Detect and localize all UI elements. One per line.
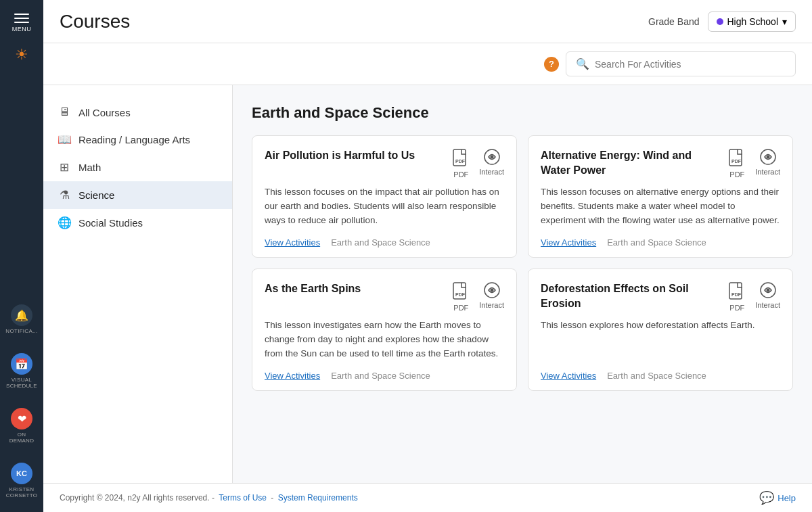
help-label: Help bbox=[777, 493, 796, 503]
card-category-2: Earth and Space Science bbox=[607, 237, 706, 248]
nav-label-science: Science bbox=[78, 189, 114, 201]
pdf-icon-1: PDF bbox=[452, 148, 470, 168]
grid-icon: ⊞ bbox=[57, 160, 72, 174]
card-deforestation: Deforestation Effects on Soil Erosion PD… bbox=[528, 269, 793, 391]
svg-point-3 bbox=[490, 156, 493, 159]
card-desc-2: This lesson focuses on alternative energ… bbox=[541, 185, 780, 228]
user-name-label: KRISTENCORSETTO bbox=[6, 486, 38, 498]
nav-label-social-studies: Social Studies bbox=[78, 217, 143, 229]
card-footer-1: View Activities Earth and Space Science bbox=[265, 237, 504, 248]
grade-band-dropdown[interactable]: High School ▾ bbox=[708, 11, 796, 32]
card-category-4: Earth and Space Science bbox=[607, 371, 706, 381]
interact-button-1[interactable]: Interact bbox=[479, 148, 504, 176]
help-button[interactable]: 💬 Help bbox=[759, 490, 796, 505]
card-header-1: Air Pollution is Harmful to Us PDF PDF bbox=[265, 148, 504, 179]
sidebar: MENU ☀ 🔔 NOTIFICA... 📅 VISUALSCHEDULE ❤ … bbox=[0, 0, 43, 512]
pdf-button-2[interactable]: PDF PDF bbox=[728, 148, 746, 179]
pdf-label-4: PDF bbox=[729, 304, 744, 312]
svg-point-7 bbox=[766, 156, 769, 159]
pdf-icon-3: PDF bbox=[452, 281, 470, 302]
svg-text:PDF: PDF bbox=[731, 159, 742, 164]
card-title-4: Deforestation Effects on Soil Erosion bbox=[541, 281, 721, 312]
page-title: Courses bbox=[60, 11, 130, 32]
search-input[interactable] bbox=[595, 59, 786, 70]
footer-links: Copyright © 2024, n2y All rights reserve… bbox=[60, 493, 360, 503]
help-badge[interactable]: ? bbox=[544, 57, 559, 72]
card-actions-2: PDF PDF Interact bbox=[728, 148, 780, 179]
bell-icon: 🔔 bbox=[11, 304, 32, 326]
menu-label: MENU bbox=[12, 26, 32, 32]
search-box: 🔍 bbox=[566, 51, 796, 76]
grade-band-area: Grade Band High School ▾ bbox=[648, 11, 796, 32]
visual-schedule-label: VISUALSCHEDULE bbox=[6, 377, 37, 389]
pdf-icon-4: PDF bbox=[728, 281, 746, 302]
svg-text:PDF: PDF bbox=[731, 292, 742, 297]
sidebar-item-social-studies[interactable]: 🌐 Social Studies bbox=[43, 209, 232, 237]
avatar: KC bbox=[11, 463, 32, 484]
card-footer-2: View Activities Earth and Space Science bbox=[541, 237, 780, 248]
interact-button-4[interactable]: Interact bbox=[755, 281, 780, 309]
cards-grid: Air Pollution is Harmful to Us PDF PDF bbox=[252, 135, 793, 410]
notifications-button[interactable]: 🔔 NOTIFICA... bbox=[0, 299, 43, 340]
interact-icon-3 bbox=[483, 281, 501, 299]
card-desc-1: This lesson focuses on the impact that a… bbox=[265, 185, 504, 228]
card-header-2: Alternative Energy: Wind and Water Power… bbox=[541, 148, 780, 179]
pdf-label-1: PDF bbox=[453, 170, 468, 179]
card-category-1: Earth and Space Science bbox=[331, 237, 430, 248]
card-header-4: Deforestation Effects on Soil Erosion PD… bbox=[541, 281, 780, 312]
card-actions-4: PDF PDF Interact bbox=[728, 281, 780, 312]
view-activities-link-4[interactable]: View Activities bbox=[541, 371, 596, 381]
monitor-icon: 🖥 bbox=[57, 106, 72, 119]
nav-label-reading: Reading / Language Arts bbox=[78, 134, 190, 145]
svg-text:PDF: PDF bbox=[455, 159, 466, 164]
card-desc-4: This lesson explores how deforestation a… bbox=[541, 319, 780, 361]
play-icon: ❤ bbox=[11, 408, 32, 429]
help-bubble-icon: 💬 bbox=[759, 490, 774, 505]
grade-dot bbox=[717, 18, 723, 25]
interact-icon-4 bbox=[759, 281, 777, 299]
book-icon: 📖 bbox=[57, 133, 72, 147]
interact-label-1: Interact bbox=[479, 168, 504, 176]
user-profile-button[interactable]: KC KRISTENCORSETTO bbox=[0, 457, 43, 504]
flask-icon: ⚗ bbox=[57, 188, 72, 202]
interact-button-3[interactable]: Interact bbox=[479, 281, 504, 309]
sidebar-item-science[interactable]: ⚗ Science bbox=[43, 181, 232, 209]
sidebar-item-math[interactable]: ⊞ Math bbox=[43, 154, 232, 181]
sidebar-item-all-courses[interactable]: 🖥 All Courses bbox=[43, 99, 232, 126]
footer: Copyright © 2024, n2y All rights reserve… bbox=[43, 483, 812, 512]
notifications-label: NOTIFICA... bbox=[5, 328, 37, 334]
header: Courses Grade Band High School ▾ bbox=[43, 0, 812, 43]
card-category-3: Earth and Space Science bbox=[331, 371, 430, 381]
card-earth-spins: As the Earth Spins PDF PDF bbox=[252, 269, 517, 391]
search-bar-row: ? 🔍 bbox=[43, 43, 812, 85]
left-nav: 🖥 All Courses 📖 Reading / Language Arts … bbox=[43, 85, 233, 483]
card-air-pollution: Air Pollution is Harmful to Us PDF PDF bbox=[252, 135, 517, 258]
interact-button-2[interactable]: Interact bbox=[755, 148, 780, 176]
interact-icon-2 bbox=[759, 148, 777, 166]
interact-label-2: Interact bbox=[755, 168, 780, 176]
section-title: Earth and Space Science bbox=[252, 104, 793, 122]
view-activities-link-1[interactable]: View Activities bbox=[265, 237, 320, 248]
pdf-button-4[interactable]: PDF PDF bbox=[728, 281, 746, 312]
interact-icon-1 bbox=[483, 148, 501, 166]
view-activities-link-2[interactable]: View Activities bbox=[541, 237, 596, 248]
sun-icon: ☀ bbox=[15, 46, 28, 64]
globe-icon: 🌐 bbox=[57, 216, 72, 230]
card-footer-4: View Activities Earth and Space Science bbox=[541, 371, 780, 381]
card-alternative-energy: Alternative Energy: Wind and Water Power… bbox=[528, 135, 793, 258]
visual-schedule-button[interactable]: 📅 VISUALSCHEDULE bbox=[0, 348, 43, 394]
pdf-label-2: PDF bbox=[729, 170, 744, 179]
main-panel: Courses Grade Band High School ▾ ? 🔍 🖥 A… bbox=[43, 0, 812, 512]
system-requirements-link[interactable]: System Requirements bbox=[278, 493, 358, 503]
menu-button[interactable]: MENU bbox=[7, 8, 37, 38]
card-header-3: As the Earth Spins PDF PDF bbox=[265, 281, 504, 312]
grade-band-label: Grade Band bbox=[648, 16, 700, 27]
footer-dash: - bbox=[271, 493, 273, 503]
pdf-button-1[interactable]: PDF PDF bbox=[452, 148, 470, 179]
on-demand-button[interactable]: ❤ ONDEMAND bbox=[0, 402, 43, 449]
view-activities-link-3[interactable]: View Activities bbox=[265, 371, 320, 381]
sidebar-item-reading-language-arts[interactable]: 📖 Reading / Language Arts bbox=[43, 126, 232, 154]
pdf-button-3[interactable]: PDF PDF bbox=[452, 281, 470, 312]
terms-of-use-link[interactable]: Terms of Use bbox=[219, 493, 267, 503]
card-title-1: Air Pollution is Harmful to Us bbox=[265, 148, 445, 163]
